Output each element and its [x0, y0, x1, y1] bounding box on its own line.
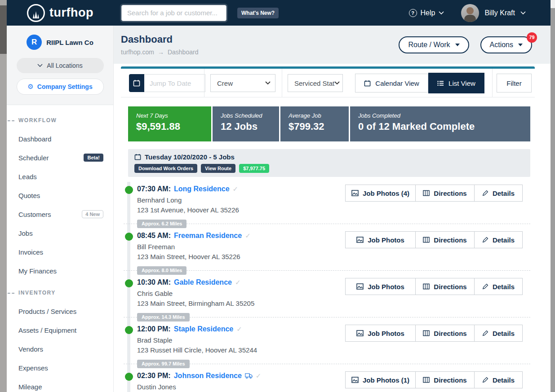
job-actions: Job Photos (1) Directions Details	[345, 371, 523, 388]
section-title: WORKFLOW	[18, 117, 57, 123]
sidebar-item-label: My Finances	[18, 267, 57, 275]
chevron-down-icon	[265, 81, 271, 85]
sidebar-item-mileage[interactable]: Mileage	[7, 377, 113, 392]
stat-jobs-scheduled: Jobs Scheduled 12 Jobs	[213, 106, 279, 141]
day-title-text: Tuesday 10/20/2020 - 5 Jobs	[145, 153, 235, 161]
avatar	[461, 4, 479, 22]
jobs-list: 07:30 AM: Long Residence ✓ Bernhard Long…	[114, 182, 551, 392]
job-headline: 02:30 PM: Johnson Residence ✓	[137, 372, 261, 380]
calendar-view-button[interactable]: Calendar View	[355, 74, 428, 92]
directions-button[interactable]: Directions	[415, 231, 475, 248]
pencil-icon	[482, 283, 488, 290]
sidebar-item-quotes[interactable]: Quotes	[7, 186, 113, 205]
calendar-view-label: Calendar View	[375, 79, 419, 87]
sidebar-item-invoices[interactable]: Invoices	[7, 242, 113, 261]
job-time: 12:00 PM:	[137, 325, 171, 333]
list-view-button[interactable]: List View	[428, 73, 484, 93]
turfhop-logo[interactable]: turfhop	[27, 4, 93, 22]
job-photos-button[interactable]: Job Photos	[345, 325, 416, 342]
photo-icon	[356, 330, 364, 336]
directions-button[interactable]: Directions	[415, 325, 475, 342]
toolbar-divider	[492, 69, 493, 97]
filter-button[interactable]: Filter	[497, 74, 532, 92]
directions-button[interactable]: Directions	[415, 278, 475, 295]
pencil-icon	[482, 330, 488, 336]
sidebar-item-vendors[interactable]: Vendors	[7, 339, 113, 358]
job-name-link[interactable]: Freeman Residence	[174, 232, 242, 240]
help-label: Help	[421, 9, 435, 17]
route-work-button[interactable]: Route / Work	[399, 36, 469, 53]
sidebar-item-assets-equipment[interactable]: Assets / Equipment	[7, 321, 113, 339]
serviced-status-value: Serviced Stat	[294, 79, 334, 87]
details-button[interactable]: Details	[474, 325, 523, 342]
job-name-link[interactable]: Staple Residence	[174, 325, 234, 333]
sidebar-item-dashboard[interactable]: Dashboard	[7, 129, 113, 148]
left-scrollbar-thumb[interactable]	[0, 5, 7, 54]
calendar-icon	[364, 80, 371, 87]
job-name-link[interactable]: Gable Residence	[174, 278, 232, 286]
locations-dropdown[interactable]: All Locations	[17, 58, 104, 73]
chevron-down-icon	[439, 11, 444, 15]
sidebar-item-jobs[interactable]: Jobs	[7, 224, 113, 242]
sidebar-item-label: Leads	[18, 173, 37, 181]
job-address: 123 Main Street, Hoover AL 35226	[137, 253, 240, 260]
actions-count-badge: 79	[527, 32, 537, 43]
job-address: 123 1st Avenue, Hoover AL 35226	[137, 206, 239, 214]
help-icon: ?	[409, 9, 417, 17]
details-button[interactable]: Details	[474, 231, 523, 248]
sidebar-item-products-services[interactable]: Products / Services	[7, 302, 113, 321]
jump-to-date-input[interactable]	[144, 74, 205, 92]
job-photos-button[interactable]: Job Photos (1)	[345, 371, 416, 388]
pencil-icon	[482, 237, 488, 243]
pencil-icon	[482, 377, 488, 383]
crew-select[interactable]: Crew	[210, 74, 275, 92]
job-row: 02:30 PM: Johnson Residence ✓ Dustin Jon…	[114, 369, 551, 392]
job-headline: 12:00 PM: Staple Residence ✓	[137, 325, 242, 333]
details-button[interactable]: Details	[474, 278, 523, 295]
sidebar-item-my-finances[interactable]: My Finances	[7, 261, 113, 280]
view-route-button[interactable]: View Route	[201, 164, 235, 173]
download-work-orders-button[interactable]: Download Work Orders	[134, 164, 197, 173]
job-row: 07:30 AM: Long Residence ✓ Bernhard Long…	[114, 182, 551, 229]
pencil-icon	[482, 190, 488, 196]
directions-button[interactable]: Directions	[415, 185, 475, 202]
stat-value: 12 Jobs	[221, 121, 271, 132]
job-status-dot	[125, 373, 133, 381]
right-scrollbar-thumb[interactable]	[551, 8, 555, 392]
sidebar-item-expenses[interactable]: Expenses	[7, 358, 113, 377]
details-button[interactable]: Details	[474, 185, 523, 202]
job-name-link[interactable]: Johnson Residence	[174, 372, 242, 380]
job-actions: Job Photos Directions Details	[345, 278, 523, 295]
dashed-divider	[124, 224, 137, 224]
sidebar-item-customers[interactable]: Customers 4 New	[7, 205, 113, 224]
sidebar-item-label: Customers	[18, 211, 51, 218]
search-input[interactable]	[121, 5, 226, 21]
sidebar-item-leads[interactable]: Leads	[7, 167, 113, 186]
sidebar-item-label: Products / Services	[18, 308, 76, 315]
right-scrollbar[interactable]	[551, 0, 555, 392]
jump-to-date-button[interactable]	[129, 74, 144, 92]
job-photos-button[interactable]: Job Photos	[345, 231, 416, 248]
job-name-link[interactable]: Long Residence	[174, 185, 230, 193]
day-group-header: Tuesday 10/20/2020 - 5 Jobs Download Wor…	[128, 149, 530, 177]
user-menu[interactable]: Billy Kraft	[461, 4, 526, 22]
actions-button-wrap: Actions 79	[480, 36, 532, 53]
company-settings-button[interactable]: ⚙ Company Settings	[17, 79, 104, 95]
whats-new-button[interactable]: What's New?	[237, 8, 279, 18]
left-scrollbar[interactable]	[0, 0, 7, 392]
job-time: 08:45 AM:	[137, 232, 171, 240]
sidebar-item-label: Dashboard	[18, 135, 51, 143]
section-title: INVENTORY	[18, 290, 56, 296]
details-button[interactable]: Details	[474, 371, 523, 388]
toolbar-divider	[282, 69, 282, 97]
breadcrumb-site[interactable]: turfhop.com	[121, 48, 154, 56]
list-view-label: List View	[448, 79, 475, 87]
job-photos-button[interactable]: Job Photos	[345, 278, 416, 295]
job-headline: 10:30 AM: Gable Residence ✓	[137, 278, 241, 286]
sidebar-item-scheduler[interactable]: Scheduler Beta!	[7, 148, 113, 167]
actions-button[interactable]: Actions	[480, 36, 532, 53]
directions-button[interactable]: Directions	[415, 371, 475, 388]
serviced-status-select[interactable]: Serviced Stat	[288, 74, 343, 92]
help-menu[interactable]: ? Help	[409, 9, 444, 17]
job-photos-button[interactable]: Job Photos (4)	[345, 185, 416, 202]
